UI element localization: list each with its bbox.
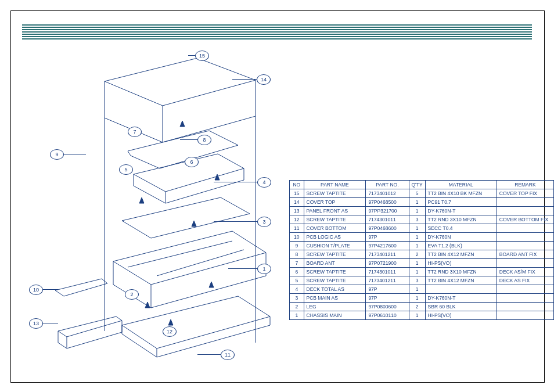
svg-marker-3 (192, 221, 196, 226)
cell-mat: HI-PS(VO) (425, 311, 497, 320)
cell-no: 10 (290, 233, 304, 242)
cell-rem (497, 259, 553, 268)
cell-no: 12 (290, 215, 304, 224)
cell-rem (497, 207, 553, 215)
cell-mat: DY-K760N-T (425, 294, 497, 303)
callout-4: 4 (257, 177, 271, 188)
cell-no: 4 (290, 285, 304, 294)
cell-part: 97P0468600 (366, 224, 409, 233)
cell-no: 15 (290, 189, 304, 198)
cell-part: 97P (366, 285, 409, 294)
cell-qty: 1 (409, 242, 425, 250)
cell-rem (497, 242, 553, 250)
cell-mat: SECC T0.4 (425, 224, 497, 233)
table-row: 15SCREW TAPTITE71734010125TT2 BIN 4X10 B… (290, 189, 554, 198)
cell-no: 1 (290, 311, 304, 320)
cell-part: 7173401211 (366, 276, 409, 285)
cell-rem (497, 294, 553, 303)
cell-qty: 1 (409, 311, 425, 320)
callout-1: 1 (257, 264, 271, 274)
cell-name: COVER TOP (304, 198, 366, 207)
cell-no: 9 (290, 242, 304, 250)
cell-no: 6 (290, 268, 304, 276)
cell-part: 7174301011 (366, 215, 409, 224)
cell-mat: SBR 60 BLK (425, 303, 497, 311)
cell-name: PCB LOGIC AS (304, 233, 366, 242)
cell-rem (497, 198, 553, 207)
table-row: 11COVER BOTTOM97P04686001SECC T0.4 (290, 224, 554, 233)
cell-rem (497, 224, 553, 233)
cell-name: SCREW TAPTITE (304, 250, 366, 259)
cell-qty: 1 (409, 233, 425, 242)
cell-qty: 1 (409, 224, 425, 233)
cell-rem (497, 303, 553, 311)
cell-no: 13 (290, 207, 304, 215)
table-row: 9CUSHION T/PLATE97P42176001EVA T1.2 (BLK… (290, 242, 554, 250)
cell-mat: TT2 BIN 4X10 BK MFZN (425, 189, 497, 198)
cell-no: 7 (290, 259, 304, 268)
cell-name: COVER BOTTOM (304, 224, 366, 233)
cell-mat: HI-PS(VO) (425, 259, 497, 268)
cell-mat: EVA T1.2 (BLK) (425, 242, 497, 250)
cell-qty: 3 (409, 215, 425, 224)
cell-mat: TT2 BIN 4X12 MFZN (425, 250, 497, 259)
callout-14: 14 (257, 74, 271, 85)
cell-name: SCREW TAPTITE (304, 268, 366, 276)
col-header-partname: PART NAME (304, 181, 366, 189)
cell-part: 97P0610110 (366, 311, 409, 320)
col-header-no: NO (290, 181, 304, 189)
callout-11: 11 (221, 350, 235, 360)
cell-rem (497, 311, 553, 320)
table-row: 4DECK TOTAL AS97P1 (290, 285, 554, 294)
table-row: 12SCREW TAPTITE71743010113TT2 RND 3X10 M… (290, 215, 554, 224)
cell-rem (497, 233, 553, 242)
table-row: 1CHASSIS MAIN97P06101101HI-PS(VO) (290, 311, 554, 320)
exploded-view-diagram (35, 52, 285, 377)
cell-mat (425, 285, 497, 294)
cell-part: 97PP321700 (366, 207, 409, 215)
callout-9: 9 (50, 149, 64, 160)
cell-part: 97P0721900 (366, 259, 409, 268)
col-header-qty: Q'TY (409, 181, 425, 189)
cell-qty: 1 (409, 285, 425, 294)
cell-rem: BOARD ANT FIX (497, 250, 553, 259)
callout-6: 6 (185, 157, 199, 167)
cell-rem: DECK AS FIX (497, 276, 553, 285)
cell-part: 7173401211 (366, 250, 409, 259)
cell-part: 97P0468500 (366, 198, 409, 207)
cell-no: 3 (290, 294, 304, 303)
cell-name: PCB MAIN AS (304, 294, 366, 303)
cell-qty: 3 (409, 276, 425, 285)
cell-part: 7173401012 (366, 189, 409, 198)
cell-qty: 1 (409, 198, 425, 207)
cell-name: BOARD ANT (304, 259, 366, 268)
cell-qty: 2 (409, 250, 425, 259)
cell-mat: TT2 BIN 4X12 MFZN (425, 276, 497, 285)
callout-5: 5 (119, 164, 133, 175)
cell-qty: 1 (409, 268, 425, 276)
cell-rem: DECK AS/M FIX (497, 268, 553, 276)
cell-qty: 1 (409, 294, 425, 303)
callout-3: 3 (257, 217, 271, 227)
table-row: 5SCREW TAPTITE71734012113TT2 BIN 4X12 MF… (290, 276, 554, 285)
callout-10: 10 (29, 285, 43, 295)
cell-part: 97P (366, 233, 409, 242)
svg-marker-8 (215, 174, 220, 180)
svg-marker-2 (180, 121, 185, 127)
svg-marker-5 (168, 319, 173, 325)
table-row: 8SCREW TAPTITE71734012112TT2 BIN 4X12 MF… (290, 250, 554, 259)
cell-name: SCREW TAPTITE (304, 276, 366, 285)
col-header-partno: PART NO. (366, 181, 409, 189)
callout-8: 8 (197, 135, 211, 145)
cell-qty: 1 (409, 207, 425, 215)
cell-name: DECK TOTAL AS (304, 285, 366, 294)
table-row: 13PANEL FRONT AS97PP3217001DY-K760N-T (290, 207, 554, 215)
cell-name: SCREW TAPTITE (304, 215, 366, 224)
cell-no: 11 (290, 224, 304, 233)
table-header-row: NO PART NAME PART NO. Q'TY MATERIAL REMA… (290, 181, 554, 189)
callout-12: 12 (163, 326, 177, 337)
callout-15: 15 (195, 51, 209, 61)
callout-7: 7 (128, 127, 142, 137)
cell-qty: 1 (409, 259, 425, 268)
cell-mat: DY-K760N-T (425, 207, 497, 215)
